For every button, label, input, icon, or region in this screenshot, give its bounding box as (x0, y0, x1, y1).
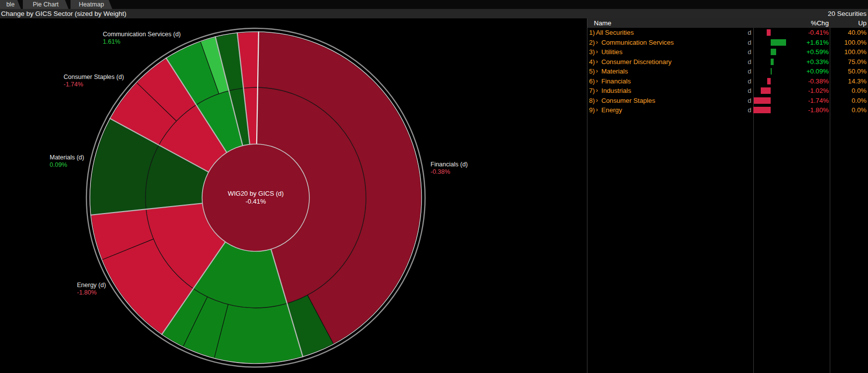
row-pct-change: +0.33% (776, 57, 829, 67)
table-row[interactable]: 4)›Consumer Discretionaryd+0.33%75.0% (587, 57, 868, 67)
row-pct-change: +0.09% (776, 67, 829, 76)
pct-change-bar (753, 107, 771, 113)
page-title: Change by GICS Sector (sized by Weight) (1, 9, 127, 18)
row-name[interactable]: All Securities (596, 28, 634, 38)
row-name[interactable]: Materials (601, 67, 628, 76)
row-d-flag: d (736, 105, 751, 115)
row-pct-change: +1.61% (776, 38, 829, 48)
sector-label-value: -1.74% (64, 81, 124, 88)
sunburst-chart-area: Financials (d)-0.38%Energy (d)-1.80%Mate… (0, 18, 587, 373)
row-name[interactable]: Utilities (601, 47, 623, 57)
column-header-name: Name (594, 18, 611, 28)
chevron-right-icon[interactable]: › (596, 57, 598, 67)
row-pct-change: -1.74% (776, 96, 829, 106)
table-row[interactable]: 5)›Materialsd+0.09%50.0% (587, 67, 868, 76)
row-name[interactable]: Energy (601, 105, 622, 115)
column-header-up: Up (826, 18, 867, 28)
securities-count: 20 Securities (828, 9, 867, 18)
pct-change-bar (767, 29, 771, 36)
pct-change-bar (754, 97, 771, 104)
center-label-title: WIG20 by GICS (d) (228, 190, 284, 198)
row-d-flag: d (736, 57, 751, 67)
row-pct-change: +0.59% (776, 47, 829, 57)
title-bar: Change by GICS Sector (sized by Weight) … (0, 9, 868, 18)
sector-label-name: Consumer Staples (d) (64, 74, 124, 81)
sector-label-value: -0.38% (431, 168, 468, 176)
row-d-flag: d (736, 28, 751, 38)
sector-label-value: 0.09% (50, 161, 84, 169)
chevron-right-icon[interactable]: › (596, 105, 598, 115)
pct-change-bar (771, 49, 776, 55)
row-number: 6) (587, 76, 595, 86)
chevron-right-icon[interactable]: › (596, 86, 598, 96)
pct-change-bar (761, 87, 771, 94)
row-d-flag: d (736, 96, 751, 106)
chevron-right-icon[interactable]: › (596, 96, 598, 106)
row-up-pct: 0.0% (826, 105, 867, 115)
row-name[interactable]: Consumer Discretionary (601, 57, 671, 67)
sector-label-communication-services: Communication Services (d)1.61% (103, 31, 181, 46)
row-name[interactable]: Financials (601, 76, 631, 86)
table-row[interactable]: 2)›Communication Servicesd+1.61%100.0% (587, 38, 868, 48)
row-d-flag: d (736, 67, 751, 76)
table-row[interactable]: 1)All Securitiesd-0.41%40.0% (587, 28, 868, 38)
row-d-flag: d (736, 38, 751, 48)
tab-heatmap[interactable]: Heatmap (71, 0, 112, 9)
tab-bar: blePie ChartHeatmap (0, 0, 868, 9)
table-header: Name %Chg Up (587, 18, 868, 28)
sector-label-name: Materials (d) (50, 154, 84, 161)
table-row[interactable]: 3)›Utilitiesd+0.59%100.0% (587, 47, 868, 57)
row-number: 7) (587, 86, 595, 96)
pct-change-bar (771, 68, 772, 75)
sector-label-name: Financials (d) (431, 161, 468, 168)
row-number: 8) (587, 96, 595, 106)
row-number: 9) (587, 105, 595, 115)
chevron-right-icon[interactable]: › (596, 47, 598, 57)
tab-pie-chart[interactable]: Pie Chart (23, 0, 69, 9)
row-d-flag: d (736, 47, 751, 57)
table-row[interactable]: 8)›Consumer Staplesd-1.74%0.0% (587, 96, 868, 106)
row-up-pct: 40.0% (826, 28, 867, 38)
row-pct-change: -1.02% (776, 86, 829, 96)
row-up-pct: 0.0% (826, 86, 867, 96)
chart-center-label: WIG20 by GICS (d) -0.41% (228, 190, 284, 206)
pct-change-bar (767, 78, 771, 84)
row-up-pct: 50.0% (826, 67, 867, 76)
securities-table: Name %Chg Up 1)All Securitiesd-0.41%40.0… (587, 18, 868, 373)
row-pct-change: -0.41% (776, 28, 829, 38)
chevron-right-icon[interactable]: › (596, 38, 598, 48)
row-number: 4) (587, 57, 595, 67)
pct-change-bar (771, 59, 774, 65)
row-up-pct: 14.3% (826, 76, 867, 86)
sunburst-chart[interactable] (0, 18, 587, 373)
chevron-right-icon[interactable]: › (596, 67, 598, 76)
row-number: 1) (587, 28, 595, 38)
sector-label-value: 1.61% (103, 38, 181, 46)
row-up-pct: 0.0% (826, 96, 867, 106)
row-d-flag: d (736, 86, 751, 96)
table-row[interactable]: 6)›Financialsd-0.38%14.3% (587, 76, 868, 86)
center-label-value: -0.41% (228, 198, 284, 206)
sector-label-energy: Energy (d)-1.80% (77, 282, 106, 297)
row-up-pct: 100.0% (826, 47, 867, 57)
row-pct-change: -1.80% (776, 105, 829, 115)
sector-label-name: Communication Services (d) (103, 31, 181, 38)
row-pct-change: -0.38% (776, 76, 829, 86)
tab-table[interactable]: ble (0, 0, 21, 9)
row-name[interactable]: Industrials (601, 86, 631, 96)
row-name[interactable]: Communication Services (601, 38, 674, 48)
chevron-right-icon[interactable]: › (596, 76, 598, 86)
row-up-pct: 75.0% (826, 57, 867, 67)
row-up-pct: 100.0% (826, 38, 867, 48)
row-number: 3) (587, 47, 595, 57)
table-row[interactable]: 7)›Industrialsd-1.02%0.0% (587, 86, 868, 96)
sector-label-consumer-staples: Consumer Staples (d)-1.74% (64, 74, 124, 88)
row-number: 2) (587, 38, 595, 48)
bloomberg-pie-chart-screen: blePie ChartHeatmap Change by GICS Secto… (0, 0, 868, 373)
row-d-flag: d (736, 76, 751, 86)
column-header-chg: %Chg (776, 18, 829, 28)
sector-label-value: -1.80% (77, 289, 106, 297)
table-row[interactable]: 9)›Energyd-1.80%0.0% (587, 105, 868, 115)
sector-label-materials: Materials (d)0.09% (50, 154, 84, 169)
row-name[interactable]: Consumer Staples (601, 96, 655, 106)
